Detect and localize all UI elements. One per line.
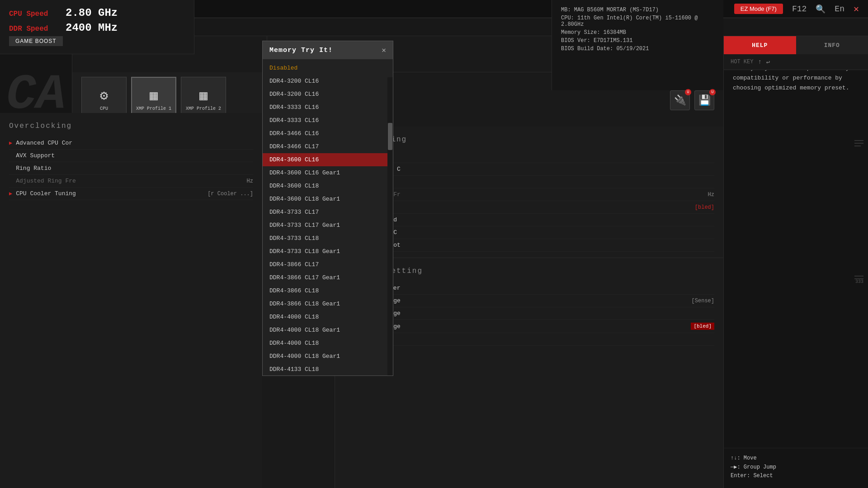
modal-list-item[interactable]: DDR4-3333 CL16	[263, 114, 393, 127]
oc-item-name-5: CPU Cooler Tuning	[16, 190, 208, 197]
modal-list-item[interactable]: DDR4-3600 CL18	[263, 179, 393, 192]
modal-list-item[interactable]: DDR4-3600 CL16 Gear1	[263, 166, 393, 179]
modal-list-item[interactable]: DDR4-3866 CL18 Gear1	[263, 297, 393, 310]
modal-list-item[interactable]: DDR4-3733 CL17	[263, 206, 393, 219]
dram-item-value-4: Hz	[708, 192, 714, 198]
modal-title: Memory Try It!	[269, 47, 333, 54]
modal-list-item[interactable]: DDR4-4000 CL18 Gear1	[263, 350, 393, 363]
footer-group-jump: ─▶: Group Jump	[731, 464, 861, 470]
modal-list-item[interactable]: DDR4-3200 CL16	[263, 75, 393, 88]
dram-item-name-6: DRAM Timing Mod	[344, 216, 714, 223]
modal-list-item[interactable]: DDR4-3333 CL16	[263, 101, 393, 114]
oc-item-name-1: Advanced CPU Cor	[16, 140, 253, 146]
dram-item-name-4: Adjusted DRAM Fr	[344, 191, 708, 198]
cpu-speed-item: CPU Speed 2.80 GHz	[9, 7, 185, 19]
voltage-item-value-2: [Sense]	[692, 298, 714, 304]
dram-title: DRAM Setting	[344, 136, 714, 144]
voltage-item-name-2: CPU Core Voltage	[344, 297, 692, 304]
modal-list-item[interactable]: DDR4-3600 CL18 Gear1	[263, 192, 393, 206]
modal-list-item[interactable]: DDR4-3466 CL17	[263, 140, 393, 153]
arrow-icon-1: ▶	[9, 140, 12, 146]
footer-move: ↑↓: Move	[731, 455, 861, 461]
game-boost-button[interactable]: GAME BOOST	[9, 36, 63, 46]
dram-item-memory-try[interactable]: Memory Try It! [bled]	[344, 201, 714, 214]
voltage-item-core2[interactable]: CPU Core Voltage	[344, 307, 714, 320]
decorative-lines	[854, 140, 863, 146]
usb-icons: 🔌 U 💾 U	[670, 90, 714, 110]
modal-list-item[interactable]: DDR4-3200 CL16	[263, 88, 393, 101]
oc-item-ring[interactable]: ▶ Ring Ratio	[9, 162, 253, 175]
ca-text: CA	[6, 70, 66, 120]
modal-header: Memory Try It! ✕	[263, 41, 393, 59]
dram-item-freq[interactable]: DRAM Frequency	[344, 176, 714, 188]
help-tab[interactable]: HELP	[724, 36, 796, 54]
modal-list-item[interactable]: DDR4-3733 CL18 Gear1	[263, 245, 393, 258]
usb-icon-1[interactable]: 🔌 U	[670, 90, 690, 110]
ez-mode-button[interactable]: EZ Mode (F7)	[734, 4, 783, 14]
oc-item-value-5: [r Cooler ...]	[208, 191, 253, 197]
oc-item-advanced-cpu[interactable]: ▶ Advanced CPU Cor	[9, 137, 253, 150]
dram-item-name-3: DRAM Frequency	[344, 178, 714, 185]
oc-item-name-2: AVX Support	[16, 152, 253, 159]
dram-item-timing[interactable]: DRAM Timing Mod	[344, 214, 714, 226]
dram-item-imc[interactable]: CPU IMC : DRAM C	[344, 163, 714, 176]
voltage-item-name-3: CPU Core Voltage	[344, 310, 714, 317]
dram-item-name-1: Extreme Memory	[344, 153, 714, 160]
modal-close-button[interactable]: ✕	[382, 46, 386, 55]
modal-list-item[interactable]: DDR4-4000 CL18	[263, 310, 393, 324]
modal-list-item[interactable]: DDR4-3866 CL17 Gear1	[263, 271, 393, 284]
dram-item-value-5: [bled]	[695, 204, 714, 211]
language-icon[interactable]: En	[835, 5, 844, 14]
ddr-speed-item: DDR Speed 2400 MHz	[9, 22, 185, 34]
modal-list-item[interactable]: DDR4-4133 CL18	[263, 363, 393, 375]
voltage-item-core1[interactable]: CPU Core Voltage [Sense]	[344, 295, 714, 307]
xmp1-button-label: XMP Profile 1	[136, 106, 171, 111]
voltage-item-digitall[interactable]: ▶ DigitALL Power	[344, 282, 714, 295]
usb-symbol-1: 🔌	[674, 94, 686, 107]
oc-item-adj-ring: ▶ Adjusted Ring Fre Hz	[9, 175, 253, 188]
dram-item-name-7: Advanced DRAM C	[344, 229, 714, 236]
oc-item-name-3: Ring Ratio	[16, 165, 253, 172]
dram-item-fast-boot[interactable]: Memory Fast Boot	[344, 239, 714, 252]
voltage-item-core3[interactable]: CPU Core Voltage [bled]	[344, 320, 714, 333]
modal-list-item[interactable]: DDR4-3600 CL16	[263, 153, 393, 166]
usb-symbol-2: 💾	[698, 94, 711, 107]
modal-list-item[interactable]: Disabled	[263, 61, 393, 75]
modal-scrollbar-thumb[interactable]	[388, 123, 392, 150]
sysinfo-cpu: CPU: 11th Gen Intel(R) Core(TM) i5-11600…	[561, 15, 714, 28]
screenshot-icon[interactable]: 🔍	[816, 4, 826, 14]
voltage-item-sa[interactable]: CPU SA Voltage	[344, 333, 714, 346]
cpu-speed-value: 2.80 GHz	[66, 7, 118, 19]
sysinfo-panel: MB: MAG B560M MORTAR (MS-7D17) CPU: 11th…	[552, 0, 723, 90]
overclock-title: Overclocking	[9, 122, 253, 130]
info-tab[interactable]: INFO	[796, 36, 868, 54]
right-panel-footer: ↑↓: Move ─▶: Group Jump Enter: Select	[724, 448, 868, 488]
hotkey-bar: HOT KEY ↑ ↩	[724, 54, 868, 70]
modal-list-item[interactable]: DDR4-4000 CL18 Gear1	[263, 324, 393, 337]
modal-list[interactable]: DisabledDDR4-3200 CL16DDR4-3200 CL16DDR4…	[263, 59, 393, 375]
usb-icon-2[interactable]: 💾 U	[694, 90, 714, 110]
dram-item-name-8: Memory Fast Boot	[344, 242, 714, 249]
hotkey-label: HOT KEY	[731, 59, 753, 65]
voltage-item-name-1: DigitALL Power	[351, 285, 714, 291]
dram-item-advanced[interactable]: Advanced DRAM C	[344, 226, 714, 239]
dram-item-extreme[interactable]: Extreme Memory	[344, 150, 714, 163]
modal-scrollbar[interactable]	[387, 77, 393, 375]
oc-item-avx[interactable]: ▶ AVX Support	[9, 150, 253, 162]
cpu-button-label: CPU	[100, 106, 108, 111]
usb-badge-1: U	[685, 89, 691, 95]
dram-item-name-5: Memory Try It!	[344, 204, 695, 211]
modal-list-item[interactable]: DDR4-4000 CL18	[263, 337, 393, 350]
modal-list-item[interactable]: DDR4-3733 CL18	[263, 232, 393, 245]
modal-list-inner: DisabledDDR4-3200 CL16DDR4-3200 CL16DDR4…	[263, 59, 393, 375]
close-button[interactable]: ✕	[854, 3, 859, 14]
dram-item-name-2: CPU IMC : DRAM C	[344, 166, 714, 173]
modal-list-item[interactable]: DDR4-3466 CL16	[263, 127, 393, 140]
hotkey-back-icon[interactable]: ↩	[766, 58, 770, 66]
modal-list-item[interactable]: DDR4-3866 CL17	[263, 258, 393, 271]
modal-list-item[interactable]: DDR4-3733 CL17 Gear1	[263, 219, 393, 232]
modal-list-item[interactable]: DDR4-3866 CL18	[263, 284, 393, 297]
oc-item-cooler[interactable]: ▶ CPU Cooler Tuning [r Cooler ...]	[9, 188, 253, 200]
f12-icon[interactable]: F12	[792, 5, 807, 14]
right-panel: HELP INFO HOT KEY ↑ ↩ Memory Try It! can…	[723, 36, 868, 488]
